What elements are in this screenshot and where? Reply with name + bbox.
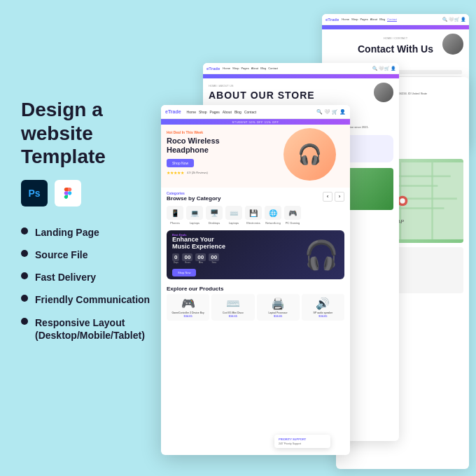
music-banner: Best Deals Enhance Your Music Experience… (167, 230, 344, 279)
contact-avatar (442, 34, 463, 55)
svg-rect-7 (431, 162, 433, 239)
bullet-delivery (21, 272, 28, 279)
music-headphone-icon: 🎧 (304, 239, 339, 272)
headphone-icon: 🎧 (298, 143, 322, 166)
keyboard-icon: ⌨️ (226, 297, 240, 310)
music-title: Enhance Your Music Experience (172, 237, 304, 251)
cat-laptops[interactable]: 💻 Laptops (186, 206, 203, 225)
explore-title: Explore our Products (161, 282, 350, 294)
products-grid: 🎮 GameController 2 Device Boy $34.65 ⌨️ … (161, 294, 350, 321)
about-navbar: eTrade Home Shop Pages About Blog Contac… (203, 63, 399, 74)
cat-networking[interactable]: 🌐 Network-ing (265, 206, 281, 225)
main-ecommerce-card: eTrade Home Shop Pages About Blog Contac… (161, 105, 350, 455)
hero-section: Hot Deal In This Week Roco Wireless Head… (161, 125, 350, 188)
bullet-source (21, 250, 28, 257)
software-icons-row: Ps (21, 180, 168, 206)
hero-title: Roco Wireless Headphone (167, 136, 251, 155)
headphone-circle: 🎧 (284, 128, 336, 181)
category-grid: 📱 Phones 💻 Laptops 🖥️ Desktops ⌨️ Laptop… (161, 203, 350, 227)
contact-nav-links: Home Shop Pages About Blog Contact (342, 18, 397, 22)
left-panel: Design a website Template Ps Landing Pag… (21, 98, 168, 342)
contact-brand: eTrade (326, 18, 339, 22)
about-breadcrumb: HOME / ABOUT US (209, 84, 393, 88)
figma-icon (55, 180, 81, 206)
contact-navbar: eTrade Home Shop Pages About Blog Contac… (322, 14, 469, 25)
gamepad-icon: 🎮 (181, 297, 195, 310)
support-badge: PRIORITY SUPPORT 24/7 Priority Support (274, 435, 330, 448)
feature-responsive: Responsive Layout (Desktop/Mobile/Tablet… (21, 316, 168, 342)
feature-delivery: Fast Delivery (21, 271, 168, 284)
main-navbar: eTrade Home Shop Pages About Blog Contac… (161, 105, 350, 119)
main-title: Design a website Template (21, 98, 168, 169)
cat-desktops[interactable]: 🖥️ Desktops (206, 206, 223, 225)
categories-section: Categories Browse by Category ‹ › 📱 Phon… (161, 188, 350, 227)
buy-now-button[interactable]: Shop Now (172, 269, 196, 276)
product-price-1: $34.65 (184, 314, 192, 318)
countdown: 0 Days 00 Hours 00 Mins 00 Secs (172, 253, 304, 264)
feature-source: Source File (21, 248, 168, 261)
about-title: ABOUT OUR STORE (209, 90, 393, 101)
categories-header: Categories Browse by Category ‹ › (161, 188, 350, 203)
product-keyboard[interactable]: ⌨️ Cool E5 Mini Disco $34.65 (211, 294, 254, 321)
music-text: Best Deals Enhance Your Music Experience… (172, 233, 304, 276)
cat-gaming[interactable]: 🎮 PC Gaming (284, 206, 301, 225)
bullet-responsive (21, 318, 28, 325)
hero-image: 🎧 (284, 128, 346, 184)
cat-phones[interactable]: 📱 Phones (167, 206, 183, 225)
feature-landing: Landing Page (21, 226, 168, 239)
speaker-icon: 🔊 (316, 297, 330, 310)
feature-communication: Friendly Communication (21, 293, 168, 306)
features-list: Landing Page Source File Fast Delivery F… (21, 226, 168, 342)
categories-title: Browse by Category (167, 195, 220, 202)
product-gamepad[interactable]: 🎮 GameController 2 Device Boy $34.65 (167, 294, 209, 321)
cat-electronics[interactable]: 💾 Electronics (245, 206, 262, 225)
cat-keyboards[interactable]: ⌨️ Laptops (225, 206, 242, 225)
svg-point-9 (400, 199, 405, 204)
about-avatar (374, 83, 393, 102)
mockup-container: eTrade Home Shop Pages About Blog Contac… (161, 7, 469, 469)
product-price-3: $34.65 (274, 314, 282, 318)
navbar-brand: eTrade (165, 109, 181, 114)
explore-section: Explore our Products 🎮 GameController 2 … (161, 282, 350, 321)
bullet-landing (21, 227, 28, 234)
photoshop-icon: Ps (21, 180, 48, 206)
printer-icon: 🖨️ (271, 297, 285, 310)
product-price-4: $34.65 (318, 314, 327, 318)
bullet-communication (21, 295, 28, 302)
contact-breadcrumb: HOME / CONTACT (329, 36, 462, 40)
prev-button[interactable]: ‹ (323, 192, 332, 202)
shop-now-button[interactable]: Shop Now (167, 159, 194, 167)
next-button[interactable]: › (335, 192, 344, 202)
promo-bar: STUDENT 50% OFF 15% OFF (161, 119, 350, 125)
product-speaker[interactable]: 🔊 SP audio speaker $34.65 (302, 294, 344, 321)
product-printer[interactable]: 🖨️ Lapisd Processor $34.65 (257, 294, 300, 321)
product-price-2: $34.65 (229, 314, 237, 318)
promo-text: STUDENT 50% OFF 15% OFF (232, 120, 279, 124)
